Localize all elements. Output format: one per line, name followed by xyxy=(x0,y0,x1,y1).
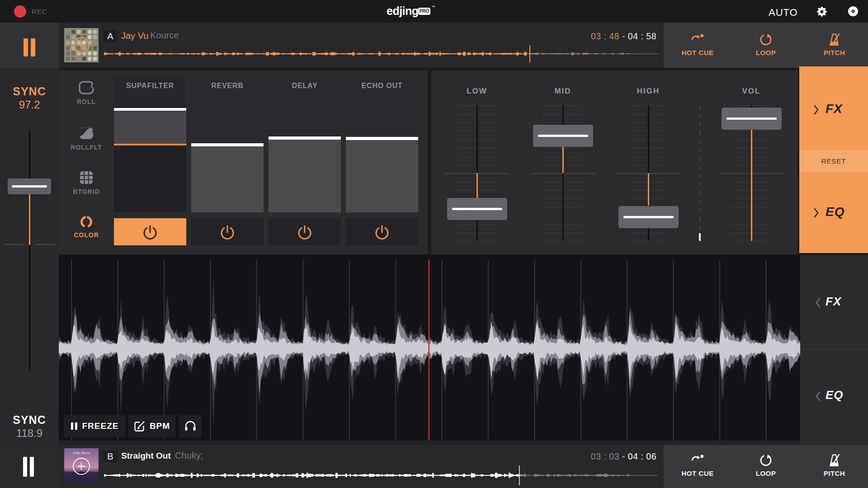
svg-text:John Steve: John Steve xyxy=(73,450,90,455)
